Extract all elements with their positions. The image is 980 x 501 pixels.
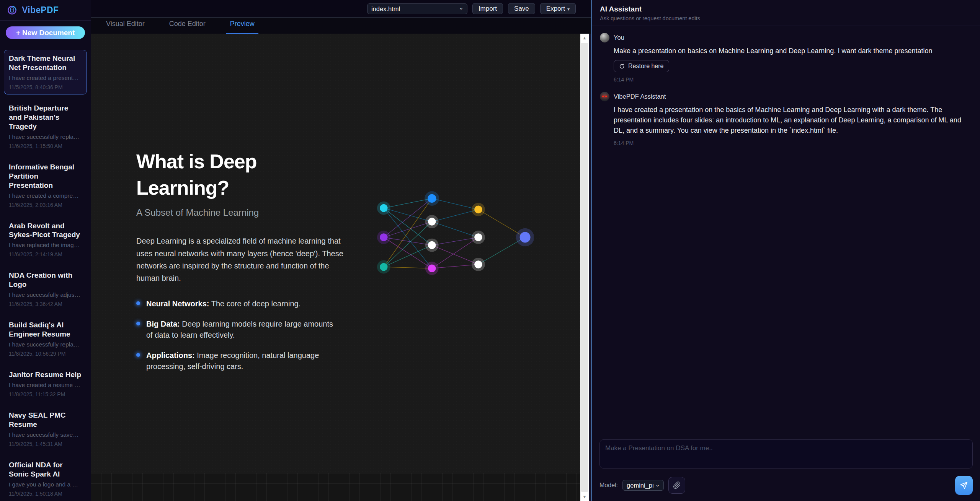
scrollbar-down-icon[interactable]: ▼ (580, 493, 589, 501)
model-select-wrap: gemini_pro (622, 480, 664, 491)
message-head: You (600, 33, 972, 42)
editor-tabbar: Visual EditorCode EditorPreview (91, 18, 591, 34)
assistant-header: AI Assistant Ask questions or request do… (592, 0, 980, 26)
next-slide-grid (91, 473, 580, 501)
document-preview: I gave you a logo and a NDA template.... (9, 481, 82, 488)
list-item[interactable]: Dark Theme Neural Net Presentation I hav… (4, 50, 87, 94)
list-item[interactable]: Navy SEAL PMC Resume I have successfully… (4, 407, 87, 451)
attach-button[interactable] (668, 477, 685, 494)
bullet-dot-icon (136, 322, 140, 325)
bullet-dot-icon (136, 301, 140, 305)
document-timestamp: 11/6/2025, 3:36:42 AM (9, 301, 82, 307)
document-timestamp: 11/8/2025, 11:15:32 PM (9, 391, 82, 397)
list-item[interactable]: Janitor Resume Help I have created a res… (4, 366, 87, 402)
document-title: Official NDA for Sonic Spark AI (9, 460, 82, 479)
tab-preview[interactable]: Preview (226, 20, 258, 34)
restore-icon (619, 63, 625, 69)
model-label: Model: (599, 482, 618, 489)
document-timestamp: 11/8/2025, 10:56:29 PM (9, 351, 82, 357)
document-timestamp: 11/6/2025, 2:03:16 AM (9, 202, 82, 208)
list-item[interactable]: Informative Bengal Partition Presentatio… (4, 158, 87, 212)
message-body: I have created a presentation on the bas… (614, 105, 972, 146)
slide-bullet: Neural Networks: The core of deep learni… (136, 298, 335, 309)
document-title: Build Sadiq's AI Engineer Resume (9, 320, 82, 339)
slide-bullet: Applications: Image recognition, natural… (136, 350, 335, 372)
import-button[interactable]: Import (472, 3, 503, 14)
list-item[interactable]: NDA Creation with Logo I have successful… (4, 267, 87, 311)
export-button[interactable]: Export▾ (540, 3, 576, 14)
bullet-text: Big Data: Deep learning models require l… (146, 319, 335, 341)
message-author: VibePDF Assistant (614, 93, 666, 100)
editor-toolbar: index.html Import Save Export▾ (91, 0, 591, 18)
document-title: Arab Revolt and Sykes-Picot Tragedy (9, 221, 82, 240)
chat-composer: Model: gemini_pro (592, 434, 980, 501)
document-timestamp: 11/5/2025, 8:40:36 PM (9, 84, 82, 90)
composer-row: Model: gemini_pro (599, 476, 973, 495)
list-item[interactable]: Official NDA for Sonic Spark AI I gave y… (4, 456, 87, 501)
document-preview: I have created a presentation on the ba.… (9, 75, 82, 81)
scrollbar-up-icon[interactable]: ▲ (580, 34, 589, 42)
slide-bullet: Big Data: Deep learning models require l… (136, 319, 335, 341)
paperclip-icon (673, 481, 681, 489)
list-item[interactable]: Arab Revolt and Sykes-Picot Tragedy I ha… (4, 217, 87, 262)
model-select[interactable]: gemini_pro (622, 480, 664, 491)
scrollbar-thumb[interactable] (581, 43, 588, 492)
assistant-avatar (600, 92, 609, 101)
document-title: NDA Creation with Logo (9, 271, 82, 289)
tab-code-editor[interactable]: Code Editor (165, 20, 209, 34)
document-preview: I have successfully replaced all the inv… (9, 133, 82, 140)
new-document-button[interactable]: + New Document (6, 26, 85, 39)
bullet-text: Neural Networks: The core of deep learni… (146, 298, 301, 309)
document-title: Janitor Resume Help (9, 370, 82, 379)
assistant-message: VibePDF Assistant I have created a prese… (600, 92, 972, 146)
preview-pane: What is Deep Learning? A Subset of Machi… (91, 34, 580, 501)
preview-row: What is Deep Learning? A Subset of Machi… (91, 34, 591, 501)
slide-text-column: What is Deep Learning? A Subset of Machi… (136, 148, 349, 381)
app-title: VibePDF (22, 5, 59, 15)
message-time: 6:14 PM (614, 140, 972, 146)
sidebar-header: VibePDF (0, 0, 91, 21)
document-title: Dark Theme Neural Net Presentation (9, 54, 82, 72)
assistant-subtitle: Ask questions or request document edits (600, 15, 972, 21)
tab-visual-editor[interactable]: Visual Editor (102, 20, 149, 34)
neural-network-diagram (375, 186, 534, 279)
document-list: Dark Theme Neural Net Presentation I hav… (0, 44, 91, 501)
list-item[interactable]: British Departure and Pakistan's Tragedy… (4, 99, 87, 153)
send-button[interactable] (955, 476, 973, 495)
document-title: British Departure and Pakistan's Tragedy (9, 104, 82, 131)
bullet-text: Applications: Image recognition, natural… (146, 350, 335, 372)
chat-input[interactable] (599, 439, 973, 468)
sidebar: VibePDF + New Document Dark Theme Neural… (0, 0, 91, 501)
slide-title: What is Deep Learning? (136, 148, 301, 201)
document-preview: I have successfully saved your resume. .… (9, 431, 82, 438)
assistant-title: AI Assistant (600, 5, 972, 13)
message-text: Make a presentation on basics on Machine… (614, 46, 972, 56)
document-preview: I have created a comprehensive presen... (9, 192, 82, 199)
message-list: You Make a presentation on basics on Mac… (592, 26, 980, 434)
message-text: I have created a presentation on the bas… (614, 105, 972, 136)
document-preview: I have successfully replaced the 'Power.… (9, 341, 82, 348)
user-message: You Make a presentation on basics on Mac… (600, 33, 972, 83)
document-timestamp: 11/6/2025, 1:15:50 AM (9, 143, 82, 149)
send-icon (960, 481, 968, 490)
slide-bullet-list: Neural Networks: The core of deep learni… (136, 298, 335, 372)
slide-paragraph: Deep Learning is a specialized field of … (136, 235, 349, 285)
restore-here-button[interactable]: Restore here (614, 60, 669, 72)
document-timestamp: 11/9/2025, 1:50:18 AM (9, 491, 82, 497)
document-preview: I have created a resume for you. Please.… (9, 382, 82, 389)
preview-scrollbar[interactable]: ▲ ▼ (580, 34, 589, 501)
save-button[interactable]: Save (508, 3, 535, 14)
ai-assistant-panel: AI Assistant Ask questions or request do… (592, 0, 980, 501)
user-avatar (600, 33, 609, 42)
file-select-wrap: index.html (367, 3, 467, 14)
app-root: VibePDF + New Document Dark Theme Neural… (0, 0, 980, 501)
document-preview: I have replaced the image on the third .… (9, 242, 82, 249)
message-head: VibePDF Assistant (600, 92, 972, 101)
file-select[interactable]: index.html (367, 3, 467, 14)
export-caret-icon: ▾ (567, 7, 570, 12)
list-item[interactable]: Build Sadiq's AI Engineer Resume I have … (4, 316, 87, 361)
document-title: Navy SEAL PMC Resume (9, 411, 82, 429)
app-logo-icon (7, 5, 17, 15)
slide-subtitle: A Subset of Machine Learning (136, 207, 349, 218)
document-timestamp: 11/6/2025, 2:14:19 AM (9, 251, 82, 257)
